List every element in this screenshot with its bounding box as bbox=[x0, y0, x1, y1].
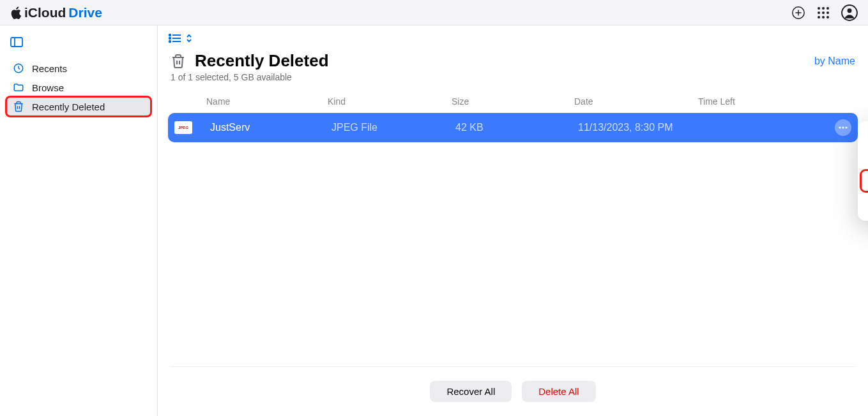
table-header: Name Kind Size Date Time Left bbox=[158, 91, 868, 113]
apps-grid-icon[interactable] bbox=[817, 6, 830, 19]
page-title: Recently Deleted bbox=[195, 51, 329, 71]
view-mode-button[interactable] bbox=[168, 33, 192, 43]
cell-date: 11/13/2023, 8:30 PM bbox=[578, 122, 702, 133]
cell-name: JustServ bbox=[210, 122, 331, 133]
trash-icon bbox=[13, 101, 24, 112]
menu-details[interactable]: Details bbox=[862, 146, 868, 166]
svg-point-10 bbox=[822, 16, 825, 19]
svg-point-21 bbox=[169, 41, 171, 43]
svg-point-6 bbox=[818, 11, 820, 14]
sidebar-item-label: Recents bbox=[32, 63, 67, 74]
toolbar bbox=[158, 26, 868, 47]
clock-icon bbox=[13, 63, 24, 74]
selection-info: 1 of 1 selected, 5 GB available bbox=[158, 71, 868, 91]
add-icon[interactable] bbox=[791, 6, 805, 20]
sidebar-item-label: Recently Deleted bbox=[32, 101, 105, 112]
svg-point-24 bbox=[842, 126, 844, 128]
svg-point-8 bbox=[826, 11, 829, 14]
brand-icloud: iCloud bbox=[24, 5, 66, 20]
brand-drive: Drive bbox=[68, 5, 102, 20]
header-actions bbox=[791, 4, 858, 21]
svg-point-9 bbox=[818, 16, 820, 19]
trash-icon bbox=[171, 54, 186, 69]
svg-point-5 bbox=[826, 7, 829, 10]
footer-actions: Recover All Delete All bbox=[171, 366, 855, 402]
svg-point-11 bbox=[826, 16, 829, 19]
svg-point-3 bbox=[818, 7, 820, 10]
col-time-left[interactable]: Time Left bbox=[698, 96, 817, 107]
menu-delete-forever[interactable]: Delete Forever… bbox=[862, 196, 868, 216]
folder-icon bbox=[13, 82, 24, 93]
sort-button[interactable]: by Name bbox=[814, 56, 855, 67]
svg-point-25 bbox=[845, 126, 847, 128]
svg-point-7 bbox=[822, 11, 825, 14]
app-header: iCloud Drive bbox=[0, 0, 868, 26]
sidebar-item-recents[interactable]: Recents bbox=[6, 59, 151, 78]
svg-rect-14 bbox=[11, 38, 22, 47]
cell-kind: JPEG File bbox=[331, 122, 455, 133]
file-thumbnail: JPEG bbox=[174, 121, 210, 134]
sidebar-item-recently-deleted[interactable]: Recently Deleted bbox=[6, 97, 151, 116]
content-area: Recently Deleted by Name 1 of 1 selected… bbox=[158, 26, 868, 416]
col-date[interactable]: Date bbox=[574, 96, 698, 107]
menu-preview[interactable]: Preview bbox=[862, 126, 868, 146]
svg-point-13 bbox=[848, 8, 852, 13]
recover-all-button[interactable]: Recover All bbox=[430, 381, 512, 402]
col-size[interactable]: Size bbox=[452, 96, 574, 107]
sidebar: Recents Browse Recently Deleted bbox=[0, 26, 158, 416]
sidebar-item-browse[interactable]: Browse bbox=[6, 78, 151, 97]
brand: iCloud Drive bbox=[10, 5, 102, 20]
svg-point-4 bbox=[822, 7, 825, 10]
apple-logo-icon bbox=[10, 6, 22, 19]
account-icon[interactable] bbox=[841, 4, 858, 21]
context-menu: Preview Details Recover Delete Fo bbox=[858, 121, 868, 221]
cell-size: 42 KB bbox=[455, 122, 578, 133]
row-more-button[interactable] bbox=[835, 119, 851, 136]
svg-point-23 bbox=[839, 126, 841, 128]
table-row[interactable]: JPEG JustServ JPEG File 42 KB 11/13/2023… bbox=[168, 113, 858, 142]
svg-point-19 bbox=[169, 38, 171, 40]
delete-all-button[interactable]: Delete All bbox=[522, 381, 595, 402]
menu-recover[interactable]: Recover bbox=[862, 171, 868, 191]
svg-point-17 bbox=[169, 34, 171, 36]
col-name[interactable]: Name bbox=[206, 96, 328, 107]
sidebar-toggle-icon[interactable] bbox=[10, 37, 151, 47]
sidebar-item-label: Browse bbox=[32, 82, 64, 93]
col-kind[interactable]: Kind bbox=[328, 96, 452, 107]
